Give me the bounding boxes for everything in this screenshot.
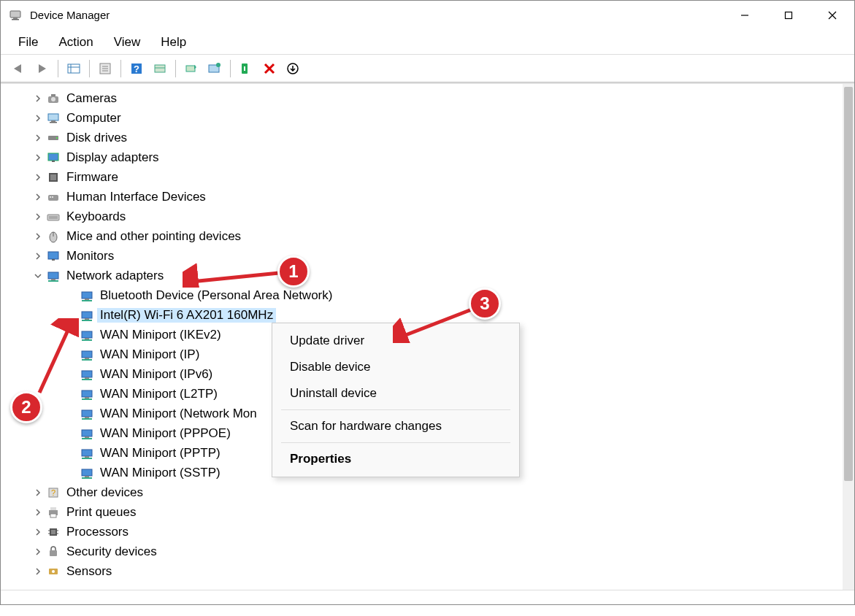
svg-rect-26 — [48, 114, 58, 120]
expander-icon[interactable] — [31, 174, 45, 181]
device-category-icon — [46, 505, 61, 520]
context-menu: Update driver Disable device Uninstall d… — [272, 323, 520, 477]
svg-rect-45 — [48, 272, 58, 279]
expander-icon[interactable] — [31, 193, 45, 201]
close-button[interactable] — [810, 1, 854, 29]
svg-rect-1 — [13, 18, 18, 19]
tree-label: Security devices — [64, 544, 160, 559]
network-adapter-icon — [80, 466, 94, 480]
svg-rect-74 — [82, 458, 92, 459]
svg-rect-58 — [85, 358, 89, 359]
expander-icon[interactable] — [31, 134, 45, 142]
update-driver-button[interactable] — [180, 58, 202, 80]
tree-category[interactable]: Disk drives — [1, 128, 843, 147]
minimize-button[interactable] — [723, 1, 767, 29]
scan-hardware-button[interactable] — [282, 58, 304, 80]
network-adapter-icon — [80, 446, 94, 461]
annotation-arrow-1 — [183, 261, 285, 288]
tree-category[interactable]: Processors — [1, 522, 843, 542]
tree-label: Keyboards — [64, 209, 129, 224]
statusbar — [1, 590, 854, 604]
tree-label: Display adapters — [64, 150, 162, 165]
enable-button[interactable] — [235, 58, 257, 80]
svg-rect-49 — [85, 299, 89, 300]
svg-point-30 — [56, 137, 58, 139]
expander-icon[interactable] — [31, 568, 45, 575]
tree-category[interactable]: ?Other devices — [1, 482, 843, 502]
network-adapter-icon — [80, 308, 94, 323]
expander-icon[interactable] — [31, 115, 45, 122]
tree-category[interactable]: Mice and other pointing devices — [1, 226, 843, 246]
ctx-separator — [281, 409, 510, 410]
tree-label: WAN Miniport (PPPOE) — [97, 426, 234, 441]
tree-label: Processors — [64, 525, 131, 539]
tree-label: Human Interface Devices — [64, 190, 209, 204]
expander-icon[interactable] — [31, 489, 45, 496]
device-category-icon — [46, 111, 61, 126]
tree-device[interactable]: Bluetooth Device (Personal Area Network) — [1, 285, 843, 305]
scan-button[interactable] — [149, 58, 171, 80]
ctx-properties[interactable]: Properties — [272, 446, 519, 472]
expander-icon[interactable] — [31, 272, 45, 280]
show-hidden-button[interactable] — [63, 58, 85, 80]
ctx-scan-hardware[interactable]: Scan for hardware changes — [272, 413, 519, 439]
expander-icon[interactable] — [31, 528, 45, 536]
tree-label: Bluetooth Device (Personal Area Network) — [97, 288, 335, 303]
ctx-uninstall-device[interactable]: Uninstall device — [272, 380, 519, 407]
tree-label: WAN Miniport (Network Mon — [97, 407, 260, 421]
maximize-button[interactable] — [767, 1, 810, 29]
forward-button[interactable] — [31, 58, 53, 80]
svg-rect-76 — [85, 476, 89, 477]
menubar: File Action View Help — [1, 30, 854, 55]
device-category-icon — [46, 229, 61, 244]
svg-line-94 — [400, 309, 472, 337]
device-category-icon — [46, 564, 61, 579]
tree-category[interactable]: Computer — [1, 108, 843, 128]
tree-category[interactable]: Sensors — [1, 561, 843, 581]
tree-category[interactable]: Network adapters — [1, 266, 843, 285]
expander-icon[interactable] — [31, 233, 45, 240]
tree-label: Intel(R) Wi-Fi 6 AX201 160MHz — [97, 308, 276, 323]
tree-label: Monitors — [64, 249, 117, 263]
network-adapter-icon — [80, 288, 94, 303]
expander-icon[interactable] — [31, 95, 45, 102]
menu-view[interactable]: View — [104, 32, 151, 53]
toolbar-separator — [120, 60, 121, 77]
tree-label: WAN Miniport (IKEv2) — [97, 328, 224, 342]
expander-icon[interactable] — [31, 548, 45, 555]
svg-rect-73 — [85, 456, 89, 458]
uninstall-button[interactable] — [204, 58, 226, 80]
tree-category[interactable]: Monitors — [1, 246, 843, 266]
expander-icon[interactable] — [31, 509, 45, 516]
vertical-scrollbar[interactable] — [843, 84, 854, 590]
tree-label: WAN Miniport (IPv6) — [97, 367, 215, 382]
tree-label: Mice and other pointing devices — [64, 229, 244, 244]
tree-category[interactable]: Security devices — [1, 542, 843, 561]
back-button[interactable] — [8, 58, 30, 80]
tree-category[interactable]: Print queues — [1, 502, 843, 522]
expander-icon[interactable] — [31, 253, 45, 260]
tree-category[interactable]: Keyboards — [1, 207, 843, 226]
tree-category[interactable]: Display adapters — [1, 147, 843, 167]
menu-file[interactable]: File — [8, 32, 48, 53]
network-adapter-icon — [80, 328, 94, 342]
tree-category[interactable]: Firmware — [1, 167, 843, 187]
svg-rect-75 — [82, 469, 92, 476]
expander-icon[interactable] — [31, 213, 45, 220]
svg-rect-0 — [10, 11, 20, 18]
tree-category[interactable]: Human Interface Devices — [1, 187, 843, 207]
help-button[interactable]: ? — [126, 58, 147, 80]
disable-button[interactable] — [258, 58, 280, 80]
properties-button[interactable] — [94, 58, 116, 80]
tree-category[interactable]: Cameras — [1, 88, 843, 108]
tree-label: WAN Miniport (SSTP) — [97, 466, 223, 480]
scrollbar-thumb[interactable] — [844, 87, 853, 481]
svg-rect-65 — [82, 399, 92, 400]
expander-icon[interactable] — [31, 154, 45, 161]
tree-label: WAN Miniport (PPTP) — [97, 446, 223, 461]
svg-rect-68 — [82, 418, 92, 420]
menu-help[interactable]: Help — [150, 32, 196, 53]
ctx-disable-device[interactable]: Disable device — [272, 354, 519, 380]
menu-action[interactable]: Action — [48, 32, 103, 53]
tree-label: Cameras — [64, 91, 120, 106]
